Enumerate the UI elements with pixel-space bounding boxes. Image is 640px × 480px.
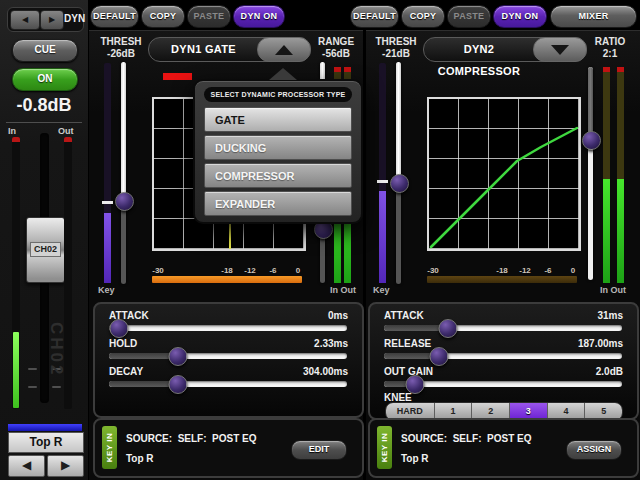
next-channel-button[interactable]: ▶	[47, 455, 84, 477]
ratio-slider-thumb[interactable]	[582, 131, 601, 150]
dyn2-ratio-slider[interactable]	[588, 67, 593, 280]
inout-label: In Out	[600, 285, 626, 295]
dyn1-on-toggle[interactable]: DYN ON	[233, 5, 285, 28]
range-label: RANGE	[310, 36, 362, 48]
dyn1-range-label: RANGE -56dB	[310, 36, 362, 60]
thresh-slider-thumb[interactable]	[390, 174, 409, 193]
dyn2-type-dropdown[interactable]: DYN2 COMPRESSOR	[423, 37, 587, 62]
param-label: RELEASE	[384, 338, 431, 349]
compressor-curve	[429, 99, 579, 249]
dyn2-copy-button[interactable]: COPY	[401, 5, 445, 28]
dyn2-out-meter	[617, 67, 624, 283]
dyn1-thresh-label: THRESH -26dB	[95, 36, 147, 60]
param-label: HOLD	[109, 338, 137, 349]
dyn2-level-meter	[427, 276, 577, 283]
dyn2-paste-button: PASTE	[447, 5, 491, 28]
param-value: 2.0dB	[596, 366, 623, 377]
meter-fill	[617, 179, 624, 283]
dyn2-type-value: DYN2 COMPRESSOR	[424, 38, 534, 61]
curve-line	[431, 128, 577, 247]
divider	[6, 122, 82, 123]
keyin-assign-button[interactable]: ASSIGN	[566, 440, 622, 460]
keyin-edit-button[interactable]: EDIT	[291, 440, 347, 460]
release-slider[interactable]	[384, 353, 622, 359]
keyin-channel: Top R	[401, 453, 429, 464]
thresh-label: THRESH	[95, 36, 147, 48]
keyin-tab: KEY IN	[377, 426, 392, 469]
dyn2-on-toggle[interactable]: DYN ON	[493, 5, 547, 28]
slider-thumb[interactable]	[169, 375, 188, 394]
dyn2-thresh-slider[interactable]	[396, 62, 401, 284]
fader-channel-label: CH02	[30, 242, 61, 257]
decay-slider[interactable]	[109, 381, 347, 387]
dyn1-type-dropdown[interactable]: DYN1 GATE	[148, 37, 311, 62]
hold-slider[interactable]	[109, 353, 347, 359]
slider-fill	[396, 62, 401, 182]
cue-button[interactable]: CUE	[12, 39, 78, 62]
attack-slider[interactable]	[109, 325, 347, 331]
dyn2-thresh-label: THRESH -21dB	[370, 36, 422, 60]
ratio-value: 2:1	[586, 48, 634, 60]
scale-tick: -18	[221, 266, 233, 275]
next-icon: ▶	[49, 15, 55, 24]
attack-slider[interactable]	[384, 325, 622, 331]
range-value: -56dB	[310, 48, 362, 60]
dyn2-default-button[interactable]: DEFAULT	[350, 5, 399, 28]
dyn2-params-box: ATTACK 31ms RELEASE 187.00ms OUT GAIN 2.…	[368, 302, 639, 420]
dyn1-copy-button[interactable]: COPY	[141, 5, 185, 28]
chevron-down-icon	[551, 45, 569, 55]
inout-label: In Out	[330, 285, 356, 295]
param-value: 187.00ms	[578, 338, 623, 349]
dyn1-type-value: DYN1 GATE	[149, 38, 258, 61]
channel-on-button[interactable]: ON	[12, 68, 78, 91]
popup-item-ducking[interactable]: DUCKING	[204, 135, 352, 160]
scale-tick: -30	[427, 266, 439, 275]
next-page-button[interactable]: ▶	[40, 10, 64, 30]
dyn2-graph	[427, 97, 581, 251]
param-label: ATTACK	[384, 310, 424, 321]
dyn2-dropdown-cap[interactable]	[533, 37, 587, 62]
dyn1-key-threshold-tick	[102, 201, 113, 204]
thresh-slider-thumb[interactable]	[115, 192, 134, 211]
channel-fader[interactable]: CH02	[26, 217, 65, 283]
peak-indicator	[12, 137, 20, 142]
scale-tick: -6	[269, 266, 276, 275]
dyn1-thresh-slider[interactable]	[121, 62, 126, 284]
prev-icon: ◀	[22, 15, 28, 24]
in-meter-label: In	[8, 126, 16, 136]
channel-gain-value: -0.8dB	[0, 95, 88, 116]
channel-watermark: CH02	[46, 322, 66, 377]
param-value: 2.33ms	[314, 338, 348, 349]
thresh-label: THRESH	[370, 36, 422, 48]
popup-item-compressor[interactable]: COMPRESSOR	[204, 163, 352, 188]
slider-thumb[interactable]	[439, 319, 458, 338]
out-meter-label: Out	[58, 126, 74, 136]
nav-label: DYN	[64, 13, 82, 24]
popup-item-expander[interactable]: EXPANDER	[204, 191, 352, 216]
prev-channel-button[interactable]: ◀	[8, 455, 45, 477]
mixer-button[interactable]: MIXER	[550, 5, 637, 28]
peak-indicator	[603, 67, 610, 72]
out-gain-slider[interactable]	[384, 381, 622, 387]
dyn1-keyin-box: KEY IN SOURCE: SELF: POST EQ Top R EDIT	[93, 418, 364, 478]
peak-indicator	[334, 67, 341, 72]
scale-tick: -12	[519, 266, 531, 275]
keyin-tab: KEY IN	[102, 426, 117, 469]
thresh-value: -26dB	[95, 48, 147, 60]
channel-color-bar	[8, 424, 82, 431]
popup-pointer	[269, 68, 297, 80]
slider-thumb[interactable]	[109, 319, 128, 338]
slider-thumb[interactable]	[169, 347, 188, 366]
dyn1-default-button[interactable]: DEFAULT	[90, 5, 139, 28]
param-value: 31ms	[597, 310, 623, 321]
param-value: 0ms	[328, 310, 348, 321]
dyn2-key-meter	[379, 63, 386, 283]
channel-name: Top R	[8, 432, 84, 453]
dyn1-params-box: ATTACK 0ms HOLD 2.33ms DECAY 304.00ms	[93, 302, 364, 418]
popup-item-gate[interactable]: GATE	[204, 107, 352, 132]
key-label: Key	[373, 285, 390, 295]
slider-thumb[interactable]	[429, 347, 448, 366]
peak-indicator	[64, 137, 72, 142]
dyn1-dropdown-cap[interactable]	[257, 37, 311, 62]
prev-page-button[interactable]: ◀	[10, 10, 40, 30]
